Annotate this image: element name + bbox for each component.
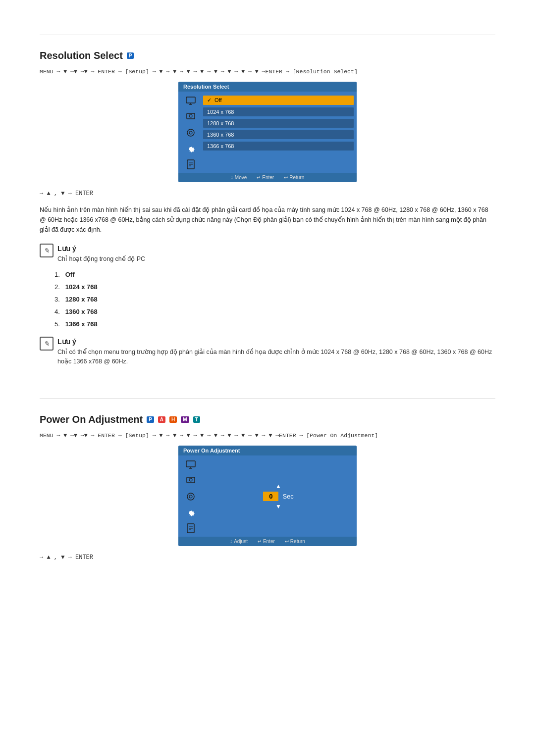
power-on-adjustment-section: Power On Adjustment P A H M T MENU → ▼ →… [40, 414, 495, 561]
section1-osd-wrapper: Resolution Select [40, 82, 495, 182]
middle-divider [40, 399, 495, 399]
osd-icon-document [184, 159, 197, 170]
osd2-icon-circle [184, 491, 197, 502]
footer2-adjust: ↕ Adjust [230, 539, 248, 544]
resolution-select-section: Resolution Select P MENU → ▼ →▼ →▼ → ENT… [40, 50, 495, 366]
section2-badge-m: M [181, 416, 189, 423]
section2-badge-t: T [193, 416, 200, 423]
section1-title: Resolution Select [40, 50, 123, 61]
section2-badge-h: H [169, 416, 177, 423]
section1-osd-footer: ↕ Move ↵ Enter ↩ Return [178, 173, 357, 182]
note2-content: Lưu ý Chỉ có thể chọn menu trong trường … [57, 338, 495, 366]
section1-badge: P [127, 52, 134, 59]
section1-osd-title: Resolution Select [178, 82, 357, 92]
section2-osd-footer: ↕ Adjust ↵ Enter ↩ Return [178, 537, 357, 546]
osd2-icon-document [184, 523, 197, 534]
footer2-enter: ↵ Enter [258, 539, 275, 544]
section1-note2-block: ✎ Lưu ý Chỉ có thể chọn menu trong trườn… [40, 338, 495, 366]
svg-point-5 [187, 129, 194, 136]
footer2-return: ↩ Return [285, 539, 305, 544]
footer-enter: ↵ Enter [257, 175, 274, 180]
section2-osd-screen: Power On Adjustment [178, 446, 357, 546]
section1-note1-block: ✎ Lưu ý Chỉ hoạt động trong chế độ PC [40, 245, 495, 264]
svg-point-6 [189, 131, 192, 134]
section2-osd-icons [181, 458, 200, 534]
list-item-3: 3. 1280 x 768 [54, 296, 495, 303]
section1-list: 1. Off 2. 1024 x 768 3. 1280 x 768 4. 13… [54, 271, 495, 328]
osd-option-4[interactable]: 1366 x 768 [203, 142, 354, 151]
section2-title: Power On Adjustment [40, 414, 143, 425]
stepper-arrow-up: ▲ [275, 483, 281, 490]
osd-icon-display [184, 96, 197, 106]
section1-osd-body: ✓ Off 1024 x 768 1280 x 768 1360 x 768 1… [178, 92, 357, 173]
section2-osd-body: ▲ 0 Sec ▼ [178, 455, 357, 537]
osd-option-0[interactable]: ✓ Off [203, 96, 354, 105]
list-item-1: 1. Off [54, 271, 495, 278]
section2-osd-stepper-area: ▲ 0 Sec ▼ [200, 458, 357, 534]
list-item-2: 2. 1024 x 768 [54, 283, 495, 291]
osd2-icon-channel [184, 475, 197, 486]
osd-icon-circle [184, 127, 197, 138]
footer-move: ↕ Move [231, 175, 247, 180]
osd2-icon-gear [184, 507, 197, 518]
section2-badge-a: A [158, 416, 165, 423]
note2-body: Chỉ có thể chọn menu trong trường hợp độ… [57, 348, 495, 366]
note1-body: Chỉ hoạt động trong chế độ PC [57, 254, 145, 264]
section2-arrow-nav: → ▲ , ▼ → ENTER [40, 554, 495, 561]
section1-osd-icons [181, 95, 200, 170]
section1-title-block: Resolution Select P [40, 50, 495, 61]
list-item-5: 5. 1366 x 768 [54, 320, 495, 328]
osd-option-2[interactable]: 1280 x 768 [203, 119, 354, 128]
svg-point-17 [189, 495, 192, 498]
section1-osd-options: ✓ Off 1024 x 768 1280 x 768 1360 x 768 1… [200, 95, 357, 170]
section2-osd-wrapper: Power On Adjustment [40, 446, 495, 546]
osd2-icon-display [184, 459, 197, 470]
section1-osd-screen: Resolution Select [178, 82, 357, 182]
svg-rect-0 [186, 97, 195, 103]
note1-content: Lưu ý Chỉ hoạt động trong chế độ PC [57, 245, 145, 264]
note1-title: Lưu ý [57, 245, 145, 252]
osd-option-1[interactable]: 1024 x 768 [203, 107, 354, 116]
section1-description: Nếu hình ảnh trên màn hình hiển thị sai … [40, 205, 495, 235]
section2-osd-stepper: ▲ 0 Sec ▼ [263, 483, 294, 510]
osd-option-3[interactable]: 1360 x 768 [203, 130, 354, 139]
svg-point-15 [189, 478, 192, 481]
stepper-arrow-down: ▼ [275, 503, 281, 510]
footer-return: ↩ Return [284, 175, 304, 180]
note2-title: Lưu ý [57, 338, 495, 346]
note1-icon: ✎ [40, 244, 54, 257]
section2-nav-path: MENU → ▼ →▼ →▼ → ENTER → [Setup] → ▼ → ▼… [40, 432, 495, 439]
section2-title-block: Power On Adjustment P A H M T [40, 414, 495, 425]
section2-badge-p: P [147, 416, 154, 423]
list-item-4: 4. 1360 x 768 [54, 308, 495, 315]
top-divider [40, 35, 495, 35]
stepper-value-row: 0 Sec [263, 492, 294, 501]
osd-icon-channel [184, 111, 197, 122]
osd-icon-gear [184, 143, 197, 154]
section1-nav-path: MENU → ▼ →▼ →▼ → ENTER → [Setup] → ▼ → ▼… [40, 68, 495, 75]
svg-rect-11 [186, 461, 195, 467]
svg-point-4 [189, 114, 192, 117]
section2-osd-title: Power On Adjustment [178, 446, 357, 455]
stepper-unit: Sec [282, 493, 293, 500]
note2-icon: ✎ [40, 337, 54, 351]
page-container: Resolution Select P MENU → ▼ →▼ →▼ → ENT… [0, 0, 535, 588]
section1-arrow-nav: → ▲ , ▼ → ENTER [40, 190, 495, 197]
svg-point-16 [187, 493, 194, 500]
stepper-value: 0 [263, 492, 278, 501]
